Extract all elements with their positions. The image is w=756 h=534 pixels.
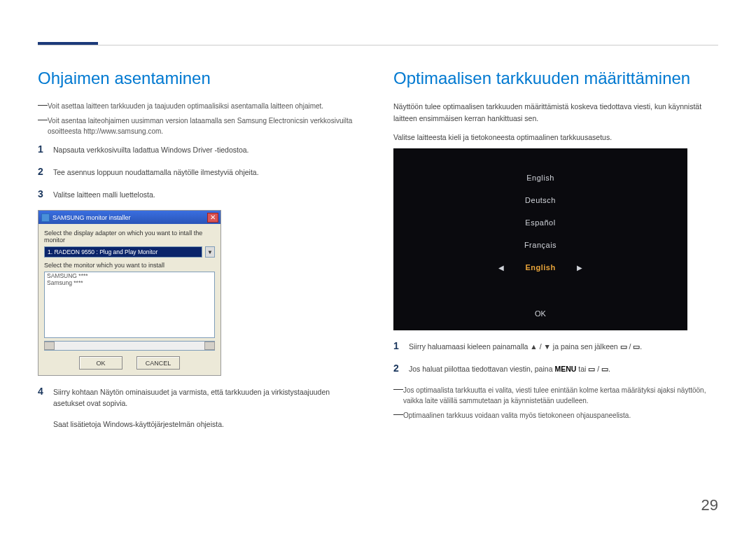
fragment: . <box>608 365 610 373</box>
left-column: Ohjaimen asentaminen ― Voit asettaa lait… <box>38 69 363 506</box>
close-icon[interactable]: ✕ <box>207 213 218 223</box>
step-item: 2 Jos haluat piilottaa tiedottavan viest… <box>393 363 718 375</box>
slash: / <box>595 365 601 373</box>
horizontal-scrollbar[interactable] <box>44 341 215 351</box>
chevron-down-icon[interactable]: ▼ <box>205 246 215 258</box>
right-section-title: Optimaalisen tarkkuuden määrittäminen <box>393 69 718 88</box>
fragment: . <box>640 342 642 351</box>
installer-body: Select the display adapter on which you … <box>38 224 220 375</box>
installer-label-select-adapter: Select the display adapter on which you … <box>44 230 215 244</box>
dash-icon: ― <box>38 114 48 135</box>
note-text: Voit asettaa laitteen tarkkuuden ja taaj… <box>48 101 363 111</box>
intro-text: Näyttöön tulee optimaalisen tarkkuuden m… <box>393 101 718 125</box>
cancel-button[interactable]: CANCEL <box>136 356 180 370</box>
slash: / <box>538 342 544 351</box>
step4-line2: Saat lisätietoja Windows-käyttöjärjestel… <box>53 420 224 428</box>
step-text: Siirry haluamaasi kieleen painamalla ▲ /… <box>409 340 718 353</box>
osd-item: Español <box>525 218 555 227</box>
step-number: 2 <box>393 363 409 375</box>
note-item: ― Voit asentaa laiteohjaimen uusimman ve… <box>38 115 363 136</box>
step-item: 4 Siirry kohtaan Näytön ominaisuudet ja … <box>38 386 363 430</box>
list-item[interactable]: Samsung **** <box>45 279 214 286</box>
osd-item: Français <box>524 241 556 249</box>
note-text: Voit asentaa laiteohjaimen uusimman vers… <box>48 115 363 136</box>
dash-icon: ― <box>393 384 403 405</box>
osd-selected-row: ◀ English ▶ <box>498 263 582 272</box>
monitor-list[interactable]: SAMSUNG **** Samsung **** <box>44 272 215 338</box>
installer-title-left: SAMSUNG monitor installer <box>41 213 131 222</box>
installer-app-icon <box>41 213 50 222</box>
step-item: 1 Siirry haluamaasi kieleen painamalla ▲… <box>393 340 718 353</box>
bold-term: ohjauspaneelista <box>576 412 629 419</box>
osd-item: English <box>526 174 554 182</box>
step-text: Napsauta verkkosivuilta ladattua Windows… <box>53 143 363 156</box>
installer-button-row: OK CANCEL <box>44 356 215 370</box>
fragment: Jos haluat piilottaa tiedottavan viestin… <box>409 365 554 373</box>
fragment: ja paina sen jälkeen <box>551 342 620 351</box>
fragment: Optimaalinen tarkkuus voidaan valita myö… <box>403 412 576 419</box>
dash-icon: ― <box>38 99 48 110</box>
step-item: 2 Tee asennus loppuun noudattamalla näyt… <box>38 166 363 178</box>
enter-box-icon: ▭ <box>601 365 608 373</box>
osd-selected-language: English <box>525 263 555 272</box>
step-number: 4 <box>38 386 53 430</box>
menu-box-icon: ▭ <box>588 365 595 373</box>
triangle-down-icon: ▼ <box>544 342 551 351</box>
osd-screen: English Deutsch Español Français ◀ Engli… <box>393 148 687 330</box>
step-item: 3 Valitse laitteen malli luettelosta. <box>38 188 363 201</box>
installer-label-select-monitor: Select the monitor which you want to ins… <box>44 262 215 269</box>
osd-ok-label: OK <box>535 309 546 318</box>
step-number: 2 <box>38 166 53 178</box>
ok-button[interactable]: OK <box>79 356 122 370</box>
fragment: tai <box>576 365 588 373</box>
installer-adapter-row: 1. RADEON 9550 : Plug and Play Monitor ▼ <box>44 246 215 258</box>
step-text: Siirry kohtaan Näytön ominaisuudet ja va… <box>53 386 363 430</box>
step-number: 3 <box>38 188 53 201</box>
left-section-title: Ohjaimen asentaminen <box>38 69 363 88</box>
adapter-select[interactable]: 1. RADEON 9550 : Plug and Play Monitor <box>44 246 202 258</box>
step-item: 1 Napsauta verkkosivuilta ladattua Windo… <box>38 143 363 156</box>
osd-item: Deutsch <box>525 196 556 204</box>
page-content: Ohjaimen asentaminen ― Voit asettaa lait… <box>38 69 718 506</box>
step4-line1: Siirry kohtaan Näytön ominaisuudet ja va… <box>53 388 330 407</box>
menu-keyword: MENU <box>554 365 576 373</box>
dash-icon: ― <box>393 409 403 419</box>
header-divider <box>38 45 718 45</box>
step-text: Tee asennus loppuun noudattamalla näytöl… <box>53 166 363 178</box>
page-number: 29 <box>701 496 718 514</box>
note-item: ― Optimaalinen tarkkuus voidaan valita m… <box>393 410 718 421</box>
step-text: Jos haluat piilottaa tiedottavan viestin… <box>409 363 718 375</box>
triangle-left-icon: ◀ <box>498 264 505 272</box>
note-text: Jos optimaalista tarkkuutta ei valita, v… <box>403 385 718 406</box>
installer-window: SAMSUNG monitor installer ✕ Select the d… <box>38 210 221 376</box>
right-column: Optimaalisen tarkkuuden määrittäminen Nä… <box>393 69 718 506</box>
step-text: Valitse laitteen malli luettelosta. <box>53 188 363 201</box>
fragment: . <box>629 412 631 419</box>
enter-box-icon: ▭ <box>633 342 640 351</box>
osd-language-list: English Deutsch Español Français ◀ Engli… <box>498 174 582 272</box>
intro-text-2: Valitse laitteesta kieli ja tietokoneest… <box>393 132 718 143</box>
menu-box-icon: ▭ <box>620 342 627 351</box>
list-item[interactable]: SAMSUNG **** <box>45 272 214 279</box>
fragment: Siirry haluamaasi kieleen painamalla <box>409 342 530 351</box>
note-text: Optimaalinen tarkkuus voidaan valita myö… <box>403 410 718 421</box>
step-number: 1 <box>38 143 53 156</box>
step-number: 1 <box>393 340 409 353</box>
installer-titlebar: SAMSUNG monitor installer ✕ <box>38 211 220 224</box>
installer-title-text: SAMSUNG monitor installer <box>52 214 131 221</box>
triangle-up-icon: ▲ <box>530 342 537 351</box>
note-item: ― Voit asettaa laitteen tarkkuuden ja ta… <box>38 101 363 111</box>
note-item: ― Jos optimaalista tarkkuutta ei valita,… <box>393 385 718 406</box>
triangle-right-icon: ▶ <box>577 264 583 272</box>
